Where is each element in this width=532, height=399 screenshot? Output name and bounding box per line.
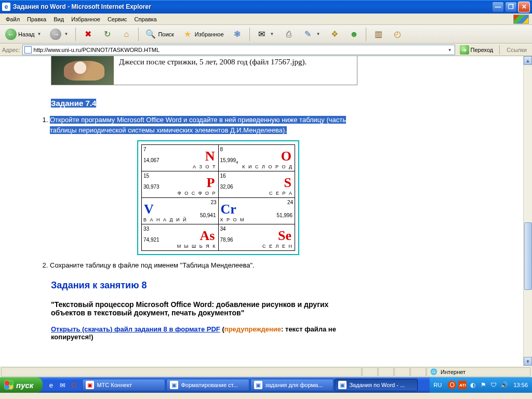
element-cell: 16S32,06С Е Р А <box>218 171 295 198</box>
clock[interactable]: 13:56 <box>513 382 528 388</box>
menu-view[interactable]: Вид <box>50 15 68 23</box>
volume-icon[interactable]: 🔊 <box>500 381 508 389</box>
search-icon: 🔍 <box>145 29 156 40</box>
language-indicator[interactable]: RU <box>434 382 442 388</box>
taskbar-task[interactable]: ▣Задания по Word - ... <box>335 379 418 391</box>
history-icon: ❃ <box>232 29 243 40</box>
ie-icon: e <box>2 3 10 11</box>
table-row: Джесси после стрижки, 5 лет, 2008 год (ф… <box>51 56 357 85</box>
address-label: Адрес: <box>2 47 20 53</box>
edit-button[interactable]: ✎▼ <box>299 27 325 42</box>
menu-favorites[interactable]: Избранное <box>68 15 104 23</box>
chevron-down-icon[interactable]: ▼ <box>36 32 43 36</box>
menu-file[interactable]: Файл <box>2 15 23 23</box>
element-cell: 24Cr51,996Х Р О М <box>218 198 295 224</box>
system-tray: RU O ATI ◐ ⚑ 🛡 🔊 13:56 <box>430 377 532 393</box>
book-icon: ▥ <box>373 29 384 40</box>
forward-arrow-icon: → <box>50 29 61 40</box>
back-arrow-icon: ← <box>5 29 17 40</box>
windows-logo-icon <box>4 380 14 390</box>
task-7-4-heading: Задание 7.4 <box>51 99 357 108</box>
status-pane <box>378 367 394 377</box>
element-cell: 7N14,067А З О Т <box>142 145 219 171</box>
edit-icon: ✎ <box>302 29 314 40</box>
element-cell: 33As74,921М Ы Ш Ь Я К <box>142 224 219 251</box>
search-button[interactable]: 🔍Поиск <box>142 27 177 42</box>
menu-help[interactable]: Справка <box>131 15 161 23</box>
taskbar-task[interactable]: ▣МТС Коннект <box>82 379 165 391</box>
start-button[interactable]: пуск <box>0 377 43 393</box>
list-item: Откройте программу Microsoft Office Word… <box>50 115 357 255</box>
tray-icon[interactable]: ⚑ <box>479 381 487 389</box>
taskbar-task[interactable]: ▣задания для форма... <box>250 379 334 391</box>
forward-button[interactable]: → ▼ <box>47 27 72 42</box>
go-button[interactable]: ➜ Переход <box>457 44 496 56</box>
back-button[interactable]: ← Назад ▼ <box>2 27 45 42</box>
photo-caption: Джесси после стрижки, 5 лет, 2008 год (ф… <box>114 56 357 85</box>
opera-quick-icon[interactable]: O <box>69 380 79 390</box>
tray-icon[interactable]: ◐ <box>469 381 477 389</box>
messenger-button[interactable]: ☻ <box>345 27 363 42</box>
address-url: http://www.uni-u.ru/PCINNOT/TASKWORD.HTM… <box>34 47 445 53</box>
element-cell: 34Se78,96С Е Л Е Н <box>218 224 295 251</box>
print-button[interactable]: ⎙ <box>280 27 298 42</box>
download-line: Открыть (скачать) файл задания 8 в форма… <box>51 325 357 341</box>
status-bar: 🌐 Интернет <box>0 366 532 377</box>
download-pdf-link[interactable]: Открыть (скачать) файл задания 8 в форма… <box>51 325 220 333</box>
warning-label: предупреждение <box>224 325 281 333</box>
palette-icon: ◴ <box>392 29 403 40</box>
menu-tools[interactable]: Сервис <box>104 15 131 23</box>
scroll-down-button[interactable]: ▼ <box>524 357 532 366</box>
maximize-button[interactable]: ❐ <box>505 2 517 12</box>
separator <box>366 28 366 41</box>
lesson-8-description: "Текстовый процессор Microsoft Office Wo… <box>51 300 357 317</box>
discuss-button[interactable]: ❖ <box>326 27 343 42</box>
minimize-button[interactable]: — <box>492 2 504 12</box>
chevron-down-icon[interactable]: ▼ <box>447 48 453 52</box>
chevron-down-icon[interactable]: ▼ <box>315 32 322 36</box>
ati-tray-icon[interactable]: ATI <box>458 381 467 389</box>
home-button[interactable]: ⌂ <box>117 27 135 42</box>
vertical-scrollbar[interactable]: ▲ ▼ <box>523 56 532 366</box>
photo-thumbnail <box>51 56 114 85</box>
lesson-8-heading: Задания к занятию 8 <box>51 280 357 291</box>
messenger-icon: ☻ <box>348 29 360 40</box>
status-pane <box>362 367 378 377</box>
address-field[interactable]: http://www.uni-u.ru/PCINNOT/TASKWORD.HTM… <box>22 45 455 55</box>
go-arrow-icon: ➜ <box>460 45 469 55</box>
separator <box>249 28 250 41</box>
stop-button[interactable]: ✖ <box>79 27 97 42</box>
tray-icon[interactable]: 🛡 <box>489 381 498 389</box>
print-icon: ⎙ <box>283 29 295 40</box>
globe-icon: 🌐 <box>430 368 437 375</box>
window-titlebar: e Задания по Word - Microsoft Internet E… <box>0 0 532 14</box>
element-cell: 23V50,941В А Н А Д И Й <box>142 198 219 224</box>
mail-button[interactable]: ✉▼ <box>253 27 278 42</box>
quick-launch: e ✉ O <box>46 380 79 390</box>
stop-icon: ✖ <box>82 29 94 40</box>
page-viewport: Джесси после стрижки, 5 лет, 2008 год (ф… <box>0 56 532 366</box>
chevron-down-icon[interactable]: ▼ <box>269 32 275 36</box>
separator <box>499 45 500 55</box>
ie-quick-icon[interactable]: e <box>46 380 56 390</box>
history-button[interactable]: ❃ <box>229 27 246 42</box>
chevron-down-icon[interactable]: ▼ <box>63 32 69 36</box>
status-pane <box>410 367 426 377</box>
separator <box>75 28 76 41</box>
links-button[interactable]: Ссылки <box>503 47 530 53</box>
star-icon: ★ <box>182 29 193 40</box>
mail-quick-icon[interactable]: ✉ <box>57 380 68 390</box>
opera-tray-icon[interactable]: O <box>448 381 456 389</box>
close-button[interactable]: ✕ <box>518 2 530 12</box>
tool-icon-button[interactable]: ◴ <box>389 27 406 42</box>
research-button[interactable]: ▥ <box>369 27 387 42</box>
taskbar-task[interactable]: ▣Форматирование ст... <box>166 379 249 391</box>
favorites-button[interactable]: ★Избранное <box>179 27 227 42</box>
status-zone: 🌐 Интернет <box>427 367 530 377</box>
scroll-up-button[interactable]: ▲ <box>524 56 532 65</box>
menubar: Файл Правка Вид Избранное Сервис Справка <box>0 14 532 25</box>
refresh-button[interactable]: ↻ <box>98 27 116 42</box>
menu-edit[interactable]: Правка <box>23 15 50 23</box>
scroll-thumb[interactable] <box>524 222 532 290</box>
toolbar: ← Назад ▼ → ▼ ✖ ↻ ⌂ 🔍Поиск ★Избранное ❃ … <box>0 25 532 44</box>
